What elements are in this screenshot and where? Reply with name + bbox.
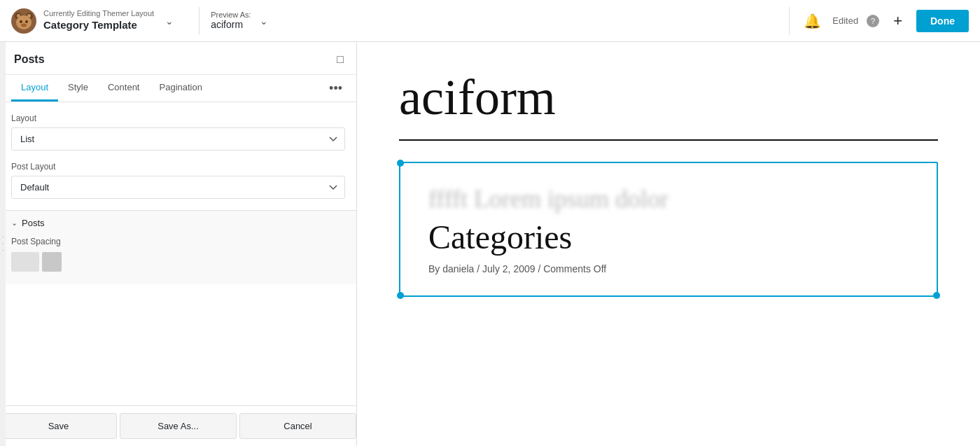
preview-selected-box[interactable]: fffft Lorem ipsum dolor Categories By da… <box>399 162 938 297</box>
top-bar-divider <box>199 7 200 35</box>
preview-value: aciform <box>211 19 251 30</box>
title-chevron-icon[interactable]: ⌄ <box>165 15 174 27</box>
panel-content: Layout List Grid Masonry Post Layout Def… <box>0 102 356 405</box>
tab-layout[interactable]: Layout <box>11 75 58 102</box>
top-bar-title: Currently Editing Themer Layout Category… <box>43 9 154 32</box>
sidebar-panel-title: Posts <box>14 53 45 66</box>
preview-chevron-icon[interactable]: ⌄ <box>260 15 268 27</box>
preview-category-title: aciform <box>399 70 938 125</box>
preview-section: Preview As: aciform ⌄ <box>211 11 778 30</box>
posts-section-label: Posts <box>22 218 45 228</box>
post-spacing-section: Post Spacing <box>11 228 345 272</box>
corner-dot-tl <box>397 160 404 167</box>
done-button[interactable]: Done <box>916 10 969 32</box>
logo-icon <box>11 8 36 34</box>
posts-section: ⌄ Posts Post Spacing <box>0 210 356 284</box>
svg-point-8 <box>27 14 31 18</box>
tabs-row: Layout Style Content Pagination ••• <box>0 75 356 102</box>
svg-point-7 <box>17 14 20 18</box>
preview-post-meta: By daniela / July 2, 2009 / Comments Off <box>428 263 909 274</box>
layout-label: Layout <box>11 113 345 123</box>
tabs-more-button[interactable]: ••• <box>326 76 345 102</box>
post-layout-select[interactable]: Default Custom <box>11 176 345 199</box>
top-bar-divider2 <box>789 7 790 35</box>
tab-style[interactable]: Style <box>58 75 98 102</box>
main-layout: · · · Posts □ Layout Style Content Pagin… <box>0 42 980 446</box>
posts-chevron-icon: ⌄ <box>11 218 18 228</box>
tab-pagination[interactable]: Pagination <box>150 75 212 102</box>
layout-select[interactable]: List Grid Masonry <box>11 127 345 151</box>
top-bar-actions: 🔔 Edited ? + Done <box>801 9 969 33</box>
blurred-post-title: fffft Lorem ipsum dolor <box>428 184 909 214</box>
tab-content[interactable]: Content <box>98 75 150 102</box>
save-button[interactable]: Save <box>0 413 117 439</box>
preview-divider <box>399 139 938 141</box>
spacing-box-2[interactable] <box>42 252 62 272</box>
top-bar-subtitle: Currently Editing Themer Layout <box>43 9 154 18</box>
svg-point-5 <box>25 20 28 23</box>
drag-dots-icon: · · · <box>0 236 7 253</box>
drag-handle[interactable]: · · · <box>0 42 6 446</box>
top-bar-left: Currently Editing Themer Layout Category… <box>11 8 188 34</box>
maximize-button[interactable]: □ <box>335 52 345 67</box>
preview-dropdown[interactable]: Preview As: aciform <box>211 11 251 30</box>
notifications-button[interactable]: 🔔 <box>801 10 824 32</box>
corner-dot-br <box>933 292 940 299</box>
preview-label: Preview As: <box>211 11 251 19</box>
preview-selected-title: Categories <box>428 218 909 256</box>
top-bar-main-title: Category Template <box>43 18 154 32</box>
layout-field-group: Layout List Grid Masonry <box>11 113 345 151</box>
preview-area: aciform fffft Lorem ipsum dolor Categori… <box>357 42 980 446</box>
help-icon[interactable]: ? <box>867 15 879 27</box>
spacing-box-1[interactable] <box>11 252 39 272</box>
corner-dot-bl <box>397 292 404 299</box>
posts-section-header[interactable]: ⌄ Posts <box>11 218 345 228</box>
save-bar: Save Save As... Cancel <box>0 405 357 446</box>
add-button[interactable]: + <box>888 9 908 33</box>
save-as-button[interactable]: Save As... <box>120 413 237 439</box>
sidebar: · · · Posts □ Layout Style Content Pagin… <box>0 42 357 446</box>
edited-label: Edited <box>832 15 858 26</box>
svg-point-3 <box>16 15 31 29</box>
svg-point-4 <box>20 20 22 23</box>
svg-point-6 <box>21 23 27 27</box>
spacing-control <box>11 252 345 272</box>
top-bar: Currently Editing Themer Layout Category… <box>0 0 980 42</box>
post-spacing-label: Post Spacing <box>11 237 345 246</box>
post-layout-label: Post Layout <box>11 162 345 172</box>
post-layout-field-group: Post Layout Default Custom <box>11 162 345 199</box>
sidebar-header: Posts □ <box>0 42 356 75</box>
cancel-button[interactable]: Cancel <box>239 413 356 439</box>
